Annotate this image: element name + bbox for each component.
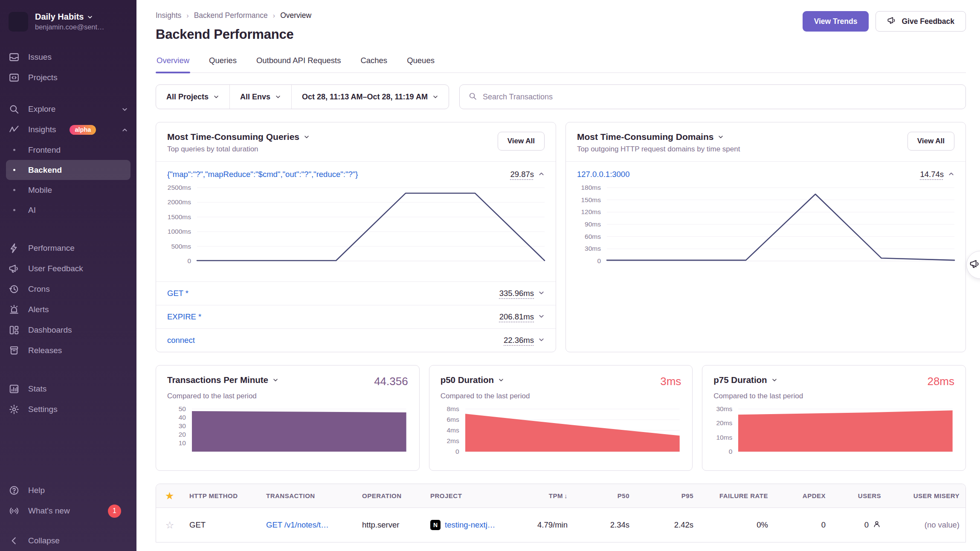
sidebar-item-stats[interactable]: Stats	[0, 379, 136, 399]
column-header-tpm[interactable]: TPM↓	[522, 492, 574, 499]
column-header-apdex[interactable]: Apdex	[774, 492, 832, 499]
domains-panel-title-row[interactable]: Most Time-Consuming Domains	[577, 132, 740, 142]
sidebar-item-explore[interactable]: Explore	[0, 99, 136, 119]
bullet-icon	[9, 149, 20, 151]
axis-tick-label: 150ms	[581, 196, 601, 204]
axis-tick-label: 60ms	[585, 233, 601, 241]
column-header-p95[interactable]: P95	[635, 492, 699, 499]
query-link[interactable]: EXPIRE *	[167, 312, 201, 322]
org-name: Daily Habits	[35, 12, 84, 22]
sidebar-item-what-s-new[interactable]: What's new1	[0, 501, 136, 521]
sidebar-item-collapse[interactable]: Collapse	[0, 531, 136, 551]
p75-chart-plot[interactable]	[738, 409, 953, 452]
queries-chart-plot[interactable]	[197, 188, 545, 261]
tpm-subtitle: Compared to the last period	[167, 392, 408, 400]
column-header-p50[interactable]: P50	[574, 492, 635, 499]
sidebar-item-label: Insights	[28, 125, 56, 134]
sidebar-item-label: Crons	[28, 284, 50, 294]
chevron-down-icon[interactable]	[538, 289, 545, 298]
tab-outbound-api-requests[interactable]: Outbound API Requests	[255, 52, 342, 72]
tpm-card: Transactions Per Minute 44.356 Compared …	[156, 365, 420, 471]
chevron-up-icon[interactable]	[948, 170, 954, 179]
domains-chart-plot[interactable]	[607, 188, 954, 261]
tpm-card-title-row[interactable]: Transactions Per Minute	[167, 375, 278, 385]
query-link[interactable]: GET *	[167, 289, 188, 298]
search-transactions-input[interactable]	[483, 93, 957, 102]
chevron-down-icon	[718, 134, 724, 140]
sidebar-item-help[interactable]: Help	[0, 480, 136, 501]
queries-panel-header: Most Time-Consuming Queries Top queries …	[156, 122, 556, 162]
query-total-duration[interactable]: 22.36ms	[504, 336, 534, 345]
sidebar-item-projects[interactable]: Projects	[0, 67, 136, 88]
sidebar-item-label: Explore	[28, 104, 55, 114]
collapse-icon	[9, 535, 20, 546]
query-total-duration[interactable]: 335.96ms	[499, 289, 534, 298]
tab-queues[interactable]: Queues	[406, 52, 435, 72]
projects-icon	[9, 72, 20, 83]
tab-bar: OverviewQueriesOutbound API RequestsCach…	[156, 52, 966, 73]
environment-filter[interactable]: All Envs	[229, 85, 291, 109]
sidebar-item-alerts[interactable]: Alerts	[0, 299, 136, 320]
sidebar-section: IssuesProjects	[0, 47, 136, 88]
sidebar-item-crons[interactable]: Crons	[0, 279, 136, 299]
chevron-up-icon[interactable]	[538, 170, 545, 179]
column-header-users[interactable]: Users	[832, 492, 887, 499]
cell-user-misery: (no value)	[887, 520, 966, 530]
sidebar-item-insights[interactable]: Insightsalpha	[0, 119, 136, 140]
query-total-duration[interactable]: 206.81ms	[499, 312, 534, 322]
p50-card-title-row[interactable]: p50 Duration	[441, 375, 504, 385]
date-range-filter[interactable]: Oct 28, 11:13 AM–Oct 28, 11:19 AM	[291, 85, 449, 109]
chevron-down-icon[interactable]	[538, 312, 545, 322]
sidebar-item-ai[interactable]: AI	[0, 200, 136, 220]
view-trends-button[interactable]: View Trends	[803, 11, 869, 32]
domain-link[interactable]: 127.0.0.1:3000	[577, 170, 629, 179]
star-outline-icon[interactable]: ☆	[165, 519, 174, 531]
project-filter[interactable]: All Projects	[156, 85, 229, 109]
query-link[interactable]: {"map":"?","mapReduce":"$cmd","out":"?",…	[167, 170, 358, 179]
megaphone-icon	[9, 263, 20, 274]
domain-total-duration[interactable]: 14.74s	[920, 170, 944, 179]
queries-view-all-button[interactable]: View All	[498, 132, 545, 151]
column-header-failure-rate[interactable]: Failure Rate	[699, 492, 774, 499]
org-switcher[interactable]: Daily Habits benjamin.coe@sent…	[0, 9, 136, 36]
tab-overview[interactable]: Overview	[156, 52, 190, 72]
column-header-project[interactable]: Project	[424, 492, 522, 499]
chevron-down-icon[interactable]	[538, 336, 545, 345]
sidebar-item-label: Alerts	[28, 305, 49, 314]
transaction-link[interactable]: GET /v1/notes/t…	[266, 520, 329, 529]
tab-queries[interactable]: Queries	[208, 52, 238, 72]
sidebar-item-dashboards[interactable]: Dashboards	[0, 320, 136, 340]
query-total-duration[interactable]: 29.87s	[510, 170, 534, 179]
column-header-operation[interactable]: Operation	[356, 492, 424, 499]
sidebar-item-mobile[interactable]: Mobile	[0, 180, 136, 200]
queries-panel-subtitle: Top queries by total duration	[167, 145, 310, 154]
column-header-favorites[interactable]: ★	[156, 491, 183, 501]
sidebar-item-releases[interactable]: Releases	[0, 340, 136, 361]
project-link[interactable]: testing-nextj…	[445, 520, 495, 530]
breadcrumb-backend-performance[interactable]: Backend Performance	[194, 11, 268, 20]
breadcrumb-insights[interactable]: Insights	[156, 11, 181, 20]
axis-tick-label: 2ms	[447, 437, 459, 445]
p50-chart-plot[interactable]	[465, 409, 680, 452]
sidebar-item-label: Projects	[28, 73, 58, 82]
query-link[interactable]: connect	[167, 336, 195, 345]
column-header-user-misery[interactable]: User Misery	[887, 492, 966, 499]
tab-caches[interactable]: Caches	[360, 52, 388, 72]
sidebar-item-performance[interactable]: Performance	[0, 238, 136, 258]
domains-featured-row: 127.0.0.1:3000 14.74s	[566, 162, 966, 181]
queries-panel-title-row[interactable]: Most Time-Consuming Queries	[167, 132, 310, 142]
sidebar-item-backend[interactable]: Backend	[6, 160, 130, 180]
domains-view-all-button[interactable]: View All	[908, 132, 954, 151]
p75-card-title-row[interactable]: p75 Duration	[713, 375, 777, 385]
tpm-chart-plot[interactable]	[192, 409, 406, 452]
column-header-transaction[interactable]: Transaction	[260, 492, 356, 499]
column-header-http-method[interactable]: HTTP Method	[183, 492, 260, 499]
main-content: Insights › Backend Performance › Overvie…	[136, 0, 980, 551]
sidebar-item-issues[interactable]: Issues	[0, 47, 136, 67]
sidebar-item-frontend[interactable]: Frontend	[0, 140, 136, 160]
give-feedback-button[interactable]: Give Feedback	[876, 11, 966, 32]
sidebar-item-label: Collapse	[28, 536, 60, 545]
sort-desc-icon: ↓	[564, 492, 568, 499]
sidebar-item-settings[interactable]: Settings	[0, 399, 136, 420]
sidebar-item-user-feedback[interactable]: User Feedback	[0, 258, 136, 279]
